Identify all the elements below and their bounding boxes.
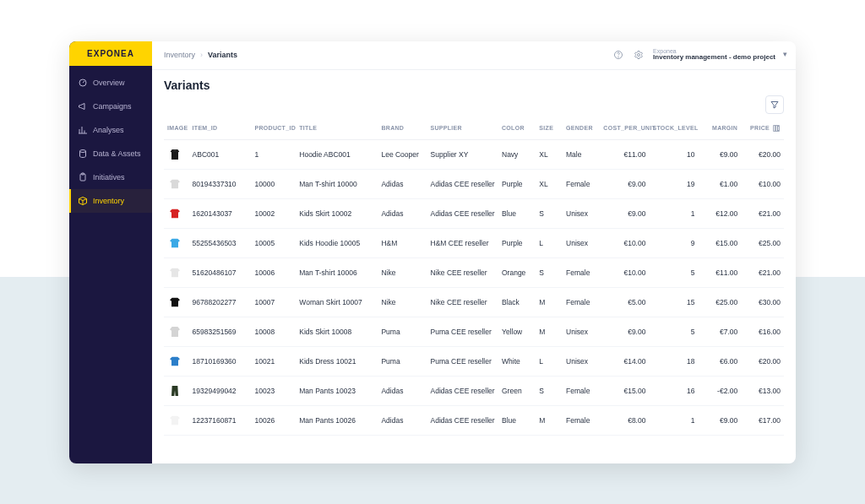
sidebar-item-label: Initiatives (93, 173, 125, 182)
sidebar-item-inventory[interactable]: Inventory (69, 189, 152, 213)
cell-item-id: 65983251569 (189, 317, 252, 346)
table-row[interactable]: 1932949904210023Man Pants 10023AdidasAdi… (164, 376, 784, 405)
columns-icon[interactable] (772, 124, 781, 133)
cell-product-id: 10023 (251, 376, 296, 405)
cell-supplier: Puma CEE reseller (427, 346, 498, 376)
cell-item-id: 19329499042 (189, 376, 252, 405)
cell-cost-per-unit: €15.00 (600, 376, 649, 405)
cell-margin: €1.00 (699, 169, 742, 198)
cell-margin: €25.00 (699, 287, 742, 317)
brand-logo[interactable]: EXPONEA (69, 41, 152, 66)
svg-rect-8 (775, 125, 777, 131)
cell-product-id: 10000 (251, 169, 296, 198)
cell-image (164, 405, 189, 435)
col-stock-level[interactable]: STOCK_LEVEL (649, 117, 698, 140)
cell-item-id: 55255436503 (189, 228, 252, 257)
cell-color: Purple (498, 228, 536, 257)
overview-icon (78, 78, 88, 88)
cell-supplier: Supplier XY (427, 139, 498, 169)
cell-image (164, 228, 189, 257)
cell-margin: €9.00 (699, 405, 742, 435)
cell-stock-level: 15 (649, 287, 698, 317)
table-row[interactable]: 5162048610710006Man T-shirt 10006NikeNik… (164, 257, 784, 287)
database-icon (78, 149, 88, 159)
gear-icon[interactable] (633, 49, 645, 61)
cell-gender: Unisex (563, 317, 600, 346)
sidebar-item-initiatives[interactable]: Initiatives (69, 165, 152, 189)
cell-cost-per-unit: €9.00 (600, 169, 649, 198)
breadcrumb-parent[interactable]: Inventory (164, 51, 195, 59)
project-selector[interactable]: Exponea Inventory management - demo proj… (653, 48, 784, 62)
sidebar-item-label: Analyses (93, 126, 124, 134)
project-name: Inventory management - demo project (653, 54, 775, 62)
cell-title: Man Pants 10026 (296, 405, 378, 435)
cell-gender: Male (563, 139, 600, 169)
col-brand[interactable]: BRAND (378, 117, 427, 140)
table-row[interactable]: 1871016936010021Kids Dress 10021PumaPuma… (164, 346, 784, 376)
cell-stock-level: 9 (649, 228, 698, 257)
help-icon[interactable] (612, 49, 624, 61)
cell-size: M (536, 287, 563, 317)
product-thumb (167, 353, 182, 370)
product-thumb (167, 264, 182, 281)
sidebar-item-overview[interactable]: Overview (69, 71, 152, 95)
table-row[interactable]: 9678820227710007Woman Skirt 10007NikeNik… (164, 287, 784, 317)
col-price-label: PRICE (750, 125, 770, 131)
cell-product-id: 10026 (251, 405, 296, 435)
sidebar-nav: OverviewCampaignsAnalysesData & AssetsIn… (69, 66, 152, 213)
cell-gender: Female (563, 376, 600, 405)
col-product-id[interactable]: PRODUCT_ID (251, 117, 296, 140)
col-cost-per-unit[interactable]: COST_PER_UNIT (600, 117, 649, 140)
col-title[interactable]: TITLE (296, 117, 378, 140)
cell-color: Green (498, 376, 536, 405)
cell-gender: Unisex (563, 198, 600, 228)
topbar-actions: Exponea Inventory management - demo proj… (612, 48, 784, 62)
cell-stock-level: 16 (649, 376, 698, 405)
cell-supplier: Adidas CEE reseller (427, 198, 498, 228)
sidebar-item-label: Overview (93, 79, 125, 87)
cell-title: Kids Skirt 10002 (296, 198, 378, 228)
cell-title: Kids Dress 10021 (296, 346, 378, 376)
product-thumb (167, 235, 182, 252)
cell-margin: €6.00 (699, 346, 742, 376)
cell-size: L (536, 228, 563, 257)
col-supplier[interactable]: SUPPLIER (427, 117, 498, 140)
svg-rect-7 (774, 125, 775, 131)
cell-gender: Female (563, 257, 600, 287)
table-row[interactable]: 162014303710002Kids Skirt 10002AdidasAdi… (164, 198, 784, 228)
filter-button[interactable] (765, 95, 784, 114)
cell-supplier: Nike CEE reseller (427, 257, 498, 287)
cell-title: Man T-shirt 10006 (296, 257, 378, 287)
cell-stock-level: 5 (649, 257, 698, 287)
table-row[interactable]: 8019433731010000Man T-shirt 10000AdidasA… (164, 169, 784, 198)
cell-margin: €12.00 (699, 198, 742, 228)
col-price[interactable]: PRICE (741, 117, 784, 140)
cell-cost-per-unit: €5.00 (600, 287, 649, 317)
cell-title: Man T-shirt 10000 (296, 169, 378, 198)
col-margin[interactable]: MARGIN (699, 117, 742, 140)
table-row[interactable]: 1223716087110026Man Pants 10026AdidasAdi… (164, 405, 784, 435)
sidebar-item-data-assets[interactable]: Data & Assets (69, 142, 152, 165)
col-item-id[interactable]: ITEM_ID (189, 117, 252, 140)
sidebar-item-label: Inventory (93, 197, 124, 205)
cell-size: L (536, 346, 563, 376)
cell-color: Blue (498, 405, 536, 435)
product-thumb (167, 382, 182, 399)
col-image[interactable]: IMAGE (164, 117, 189, 140)
cell-supplier: Nike CEE reseller (427, 287, 498, 317)
col-color[interactable]: COLOR (498, 117, 536, 140)
table-row[interactable]: 6598325156910008Kids Skirt 10008PumaPuma… (164, 317, 784, 346)
table-row[interactable]: 5525543650310005Kids Hoodie 10005H&MH&M … (164, 228, 784, 257)
cell-gender: Female (563, 287, 600, 317)
cell-title: Woman Skirt 10007 (296, 287, 378, 317)
cell-image (164, 376, 189, 405)
sidebar-item-campaigns[interactable]: Campaigns (69, 95, 152, 118)
col-gender[interactable]: GENDER (563, 117, 600, 140)
table-row[interactable]: ABC0011Hoodie ABC001Lee CooperSupplier X… (164, 139, 784, 169)
cell-margin: €9.00 (699, 139, 742, 169)
col-size[interactable]: SIZE (536, 117, 563, 140)
sidebar: EXPONEA OverviewCampaignsAnalysesData & … (69, 41, 152, 463)
cell-size: S (536, 257, 563, 287)
sidebar-item-analyses[interactable]: Analyses (69, 118, 152, 142)
cell-color: Blue (498, 198, 536, 228)
